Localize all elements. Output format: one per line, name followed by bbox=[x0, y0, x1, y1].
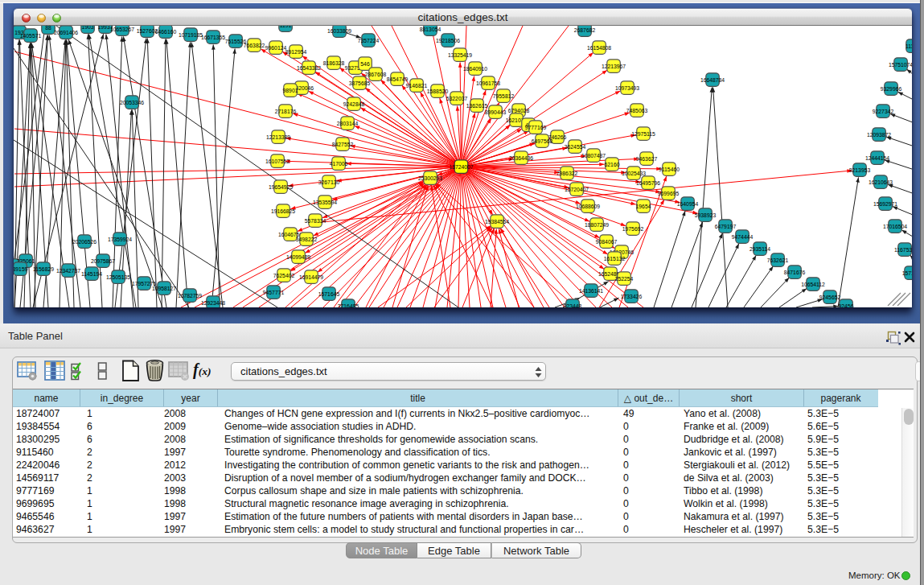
svg-text:16671355: 16671355 bbox=[201, 35, 225, 40]
svg-text:12093872: 12093872 bbox=[867, 132, 891, 138]
svg-text:9146821: 9146821 bbox=[406, 83, 428, 89]
svg-text:12213389: 12213389 bbox=[266, 134, 290, 140]
svg-text:18807249: 18807249 bbox=[585, 222, 609, 228]
svg-text:2867608: 2867608 bbox=[365, 72, 387, 77]
svg-text:1405571: 1405571 bbox=[20, 33, 42, 39]
svg-text:25300293: 25300293 bbox=[418, 175, 442, 181]
svg-text:16154808: 16154808 bbox=[587, 45, 611, 51]
svg-text:9960124: 9960124 bbox=[265, 45, 287, 51]
svg-text:1167533: 1167533 bbox=[894, 247, 912, 253]
svg-text:92456: 92456 bbox=[839, 303, 854, 307]
svg-text:12213967: 12213967 bbox=[602, 64, 626, 69]
svg-text:16210643: 16210643 bbox=[869, 179, 893, 185]
svg-text:17016504: 17016504 bbox=[883, 224, 907, 229]
svg-text:5322037: 5322037 bbox=[446, 96, 468, 101]
svg-text:10653267: 10653267 bbox=[110, 27, 134, 32]
svg-text:16107552: 16107552 bbox=[265, 159, 290, 164]
svg-text:5578334: 5578334 bbox=[305, 218, 326, 224]
svg-text:98901: 98901 bbox=[283, 88, 298, 93]
svg-text:8990443: 8990443 bbox=[485, 109, 507, 115]
svg-text:17359924: 17359924 bbox=[108, 237, 132, 242]
svg-text:7986322: 7986322 bbox=[556, 171, 578, 176]
svg-text:9227342: 9227342 bbox=[873, 109, 894, 114]
svg-text:8213953: 8213953 bbox=[849, 167, 871, 173]
svg-text:252254: 252254 bbox=[615, 276, 634, 282]
svg-text:16782759: 16782759 bbox=[178, 293, 202, 299]
svg-text:20975867: 20975867 bbox=[91, 258, 115, 264]
svg-text:2718176: 2718176 bbox=[275, 109, 297, 114]
svg-text:1156829: 1156829 bbox=[33, 266, 54, 272]
svg-text:16648784: 16648784 bbox=[700, 77, 725, 83]
svg-text:9245652: 9245652 bbox=[819, 295, 841, 300]
svg-text:8427552: 8427552 bbox=[332, 142, 354, 147]
svg-text:15751074: 15751074 bbox=[889, 62, 912, 68]
svg-text:7955812: 7955812 bbox=[493, 93, 515, 99]
svg-text:417006: 417006 bbox=[330, 161, 348, 167]
svg-text:19218506: 19218506 bbox=[436, 38, 460, 43]
svg-text:16495796: 16495796 bbox=[636, 180, 660, 186]
svg-text:3267130: 3267130 bbox=[318, 179, 340, 185]
svg-text:2935114: 2935114 bbox=[749, 246, 770, 252]
svg-text:20364436: 20364436 bbox=[509, 155, 533, 161]
svg-text:1362615: 1362615 bbox=[466, 103, 488, 109]
svg-text:13535594: 13535594 bbox=[313, 200, 337, 205]
svg-text:19384554: 19384554 bbox=[485, 219, 509, 225]
svg-text:9457771: 9457771 bbox=[263, 290, 285, 295]
svg-text:10688609: 10688609 bbox=[576, 204, 600, 209]
svg-text:3498222: 3498222 bbox=[296, 237, 318, 242]
svg-text:2687682: 2687682 bbox=[574, 27, 596, 33]
svg-text:10958127: 10958127 bbox=[152, 286, 176, 291]
svg-text:19654: 19654 bbox=[636, 204, 651, 209]
svg-text:3624554: 3624554 bbox=[565, 144, 586, 150]
svg-text:6794028: 6794028 bbox=[508, 108, 530, 113]
svg-text:2803144: 2803144 bbox=[337, 121, 359, 126]
svg-text:10961758: 10961758 bbox=[476, 80, 500, 86]
svg-text:20691406: 20691406 bbox=[54, 30, 78, 35]
svg-text:12923448: 12923448 bbox=[201, 300, 225, 306]
svg-text:8912954: 8912954 bbox=[285, 49, 307, 55]
svg-text:9242848: 9242848 bbox=[343, 101, 365, 107]
svg-text:1733426: 1733426 bbox=[621, 294, 643, 299]
svg-text:9329966: 9329966 bbox=[881, 86, 902, 92]
svg-text:10719185: 10719185 bbox=[179, 32, 203, 38]
svg-text:9777169: 9777169 bbox=[525, 125, 547, 130]
svg-text:9474444: 9474444 bbox=[732, 234, 754, 240]
svg-text:8813054: 8813054 bbox=[420, 27, 441, 32]
svg-text:7632621: 7632621 bbox=[767, 257, 789, 263]
svg-text:16914479: 16914479 bbox=[299, 274, 323, 280]
svg-text:7663822: 7663822 bbox=[244, 43, 265, 48]
svg-text:8454749: 8454749 bbox=[387, 76, 409, 82]
svg-text:3875685: 3875685 bbox=[349, 80, 371, 86]
svg-text:7625402: 7625402 bbox=[273, 273, 295, 278]
svg-text:20206526: 20206526 bbox=[72, 239, 97, 245]
svg-text:9463627: 9463627 bbox=[636, 156, 658, 162]
svg-text:1588520: 1588520 bbox=[427, 89, 449, 94]
svg-text:10973493: 10973493 bbox=[615, 85, 639, 91]
svg-text:1640954: 1640954 bbox=[677, 201, 699, 207]
svg-text:6466160: 6466160 bbox=[155, 29, 177, 35]
svg-text:88: 88 bbox=[45, 26, 51, 31]
svg-text:62160: 62160 bbox=[605, 162, 620, 167]
svg-text:1571645: 1571645 bbox=[318, 291, 340, 297]
svg-text:13325419: 13325419 bbox=[448, 52, 472, 58]
svg-text:1615132: 1615132 bbox=[604, 256, 626, 262]
svg-text:6479197: 6479197 bbox=[715, 224, 737, 229]
svg-text:18640910: 18640910 bbox=[463, 66, 487, 72]
svg-text:14099489: 14099489 bbox=[286, 254, 310, 260]
svg-text:9084067: 9084067 bbox=[596, 239, 618, 245]
svg-text:157164: 157164 bbox=[902, 270, 912, 276]
svg-text:1145194: 1145194 bbox=[81, 271, 102, 277]
svg-text:39159: 39159 bbox=[14, 266, 28, 272]
svg-text:9115460: 9115460 bbox=[659, 167, 680, 172]
svg-text:546: 546 bbox=[360, 61, 370, 67]
svg-text:7485063: 7485063 bbox=[626, 108, 648, 113]
svg-text:7357224: 7357224 bbox=[358, 38, 380, 43]
svg-text:20053346: 20053346 bbox=[120, 100, 144, 105]
svg-text:15692971: 15692971 bbox=[873, 201, 897, 207]
svg-text:10807487: 10807487 bbox=[581, 153, 606, 159]
svg-text:10025433: 10025433 bbox=[622, 171, 646, 176]
svg-text:19654925: 19654925 bbox=[269, 184, 293, 190]
svg-text:14136141: 14136141 bbox=[579, 288, 603, 294]
svg-text:18724007: 18724007 bbox=[449, 164, 473, 170]
svg-text:12444154: 12444154 bbox=[865, 155, 889, 161]
